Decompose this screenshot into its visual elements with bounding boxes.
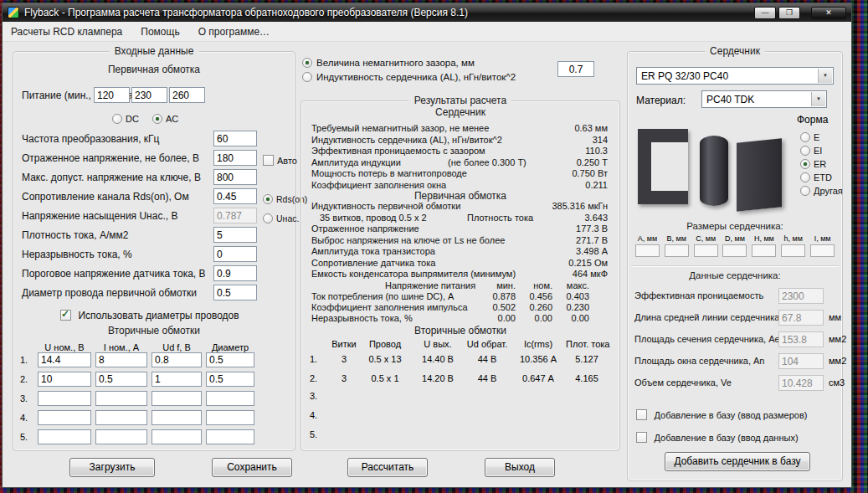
result-value: 177.3 В	[576, 223, 608, 234]
sec2-udf-input[interactable]	[152, 372, 202, 387]
saturation-voltage-input[interactable]	[213, 208, 257, 223]
save-button[interactable]: Сохранить	[212, 458, 292, 477]
sec5-inom-input[interactable]	[95, 429, 147, 444]
add-core-button[interactable]: Добавить сердечник в базу	[665, 452, 810, 471]
frequency-input[interactable]	[213, 131, 257, 146]
core-type-value: ER PQ 32/30 PC40	[641, 70, 728, 82]
add-sizes-checkbox[interactable]	[636, 409, 647, 420]
core-type-select[interactable]: ER PQ 32/30 PC40 ▼	[636, 67, 834, 85]
material-dropdown-button[interactable]: ▼	[811, 92, 825, 106]
row-number: 4.	[310, 410, 330, 420]
path-length-input[interactable]	[778, 310, 824, 326]
result-value-nom: 0.456	[514, 291, 552, 301]
dc-radio[interactable]	[112, 114, 122, 124]
sec3-udf-input[interactable]	[152, 391, 202, 406]
supply-min-input[interactable]	[94, 87, 130, 103]
current-continuity-input[interactable]	[213, 246, 257, 262]
reflected-voltage-input[interactable]	[213, 150, 257, 166]
divider	[631, 265, 839, 267]
shape-er-label: ER	[814, 159, 826, 169]
cross-section-input[interactable]	[778, 331, 824, 347]
menu-rcd-clamper[interactable]: Расчеты RCD клампера	[11, 26, 122, 38]
sec5-unom-input[interactable]	[38, 429, 91, 444]
load-button[interactable]: Загрузить	[69, 458, 155, 477]
auto-checkbox[interactable]	[263, 155, 274, 166]
sec1-udf-input[interactable]	[152, 352, 202, 367]
unas-radio[interactable]	[263, 213, 273, 223]
result-row: Эффективная проницаемость с зазором110.3	[311, 146, 608, 157]
sec2-unom-input[interactable]	[38, 372, 91, 387]
shape-etd-label: ETD	[814, 172, 832, 182]
minimize-button[interactable]: —	[754, 7, 776, 19]
ac-radio[interactable]	[152, 114, 162, 124]
shape-ei-label: EI	[814, 146, 822, 156]
use-diameters-checkbox[interactable]: ✓	[60, 310, 71, 321]
sec2-inom-input[interactable]	[95, 372, 147, 387]
core-volume-input[interactable]	[778, 375, 824, 391]
dim-d-input[interactable]	[722, 244, 747, 257]
result-value-max: 0.403	[551, 291, 589, 301]
result-value: 110.3	[585, 146, 608, 156]
shape-etd-radio[interactable]	[800, 172, 810, 182]
dim-a-input[interactable]	[635, 244, 660, 257]
sec4-diameter-input[interactable]	[206, 410, 254, 425]
material-select[interactable]: PC40 TDK ▼	[701, 90, 827, 108]
desktop: { "window": { "title": "Flyback - Програ…	[0, 0, 868, 493]
menu-help[interactable]: Помощь	[141, 26, 179, 38]
sec5-udf-input[interactable]	[152, 429, 202, 444]
frequency-row: Частота преобразования, кГц	[22, 131, 288, 147]
dim-b-label: В, мм	[662, 234, 691, 243]
exit-button[interactable]: Выход	[485, 458, 555, 477]
dim-h-input[interactable]	[752, 244, 776, 257]
sec3-unom-input[interactable]	[38, 391, 91, 406]
sec1-diameter-input[interactable]	[206, 352, 254, 367]
sec4-unom-input[interactable]	[38, 410, 91, 425]
add-data-checkbox[interactable]	[636, 432, 647, 443]
sec5-diameter-input[interactable]	[206, 429, 254, 444]
sec4-udf-input[interactable]	[152, 410, 202, 425]
result-value: 0.211	[585, 180, 608, 190]
rds-on-input[interactable]	[213, 188, 257, 204]
shape-other-radio[interactable]	[800, 186, 810, 196]
sec4-inom-input[interactable]	[95, 410, 147, 425]
maximize-button[interactable]: ❐	[778, 7, 800, 19]
al-radio[interactable]	[302, 72, 312, 82]
dim-c-input[interactable]	[694, 244, 718, 257]
reflected-voltage-label: Отраженное напряжение, не более, В	[22, 150, 199, 167]
col-nom: ном.	[514, 280, 552, 290]
col-header-diameter: Диаметр	[206, 342, 254, 352]
menu-about[interactable]: О программе…	[198, 26, 270, 38]
titlebar[interactable]: Flyback - Программа расчета трансформато…	[3, 3, 851, 22]
frequency-label: Частота преобразования, кГц	[22, 131, 160, 147]
core-type-dropdown-button[interactable]: ▼	[818, 69, 832, 83]
permeability-input[interactable]	[778, 288, 824, 304]
close-button[interactable]: ✕	[811, 7, 846, 19]
col-header-inom: I ном., А	[95, 342, 147, 352]
supply-max-input[interactable]	[169, 87, 205, 103]
sec3-inom-input[interactable]	[95, 391, 147, 406]
shape-e-radio[interactable]	[800, 132, 810, 142]
window-area-input[interactable]	[778, 353, 824, 369]
window-controls: — ❐ ✕	[754, 7, 846, 19]
rds-on-radio[interactable]	[263, 194, 273, 204]
gap-size-radio[interactable]	[302, 58, 312, 68]
dim-i-input[interactable]	[810, 244, 835, 257]
calculate-button[interactable]: Рассчитать	[347, 458, 428, 477]
sec1-unom-input[interactable]	[38, 352, 91, 367]
shape-er-radio[interactable]	[800, 159, 810, 169]
supply-nom-input[interactable]	[131, 87, 167, 103]
sense-threshold-input[interactable]	[213, 265, 257, 281]
sec1-inom-input[interactable]	[95, 352, 147, 367]
dim-h2-input[interactable]	[781, 244, 805, 257]
gap-value-input[interactable]	[557, 61, 594, 77]
col-header-udrev: Ud обрат.	[464, 339, 511, 349]
result-row: Индуктивность сердечника (AL), нГн/виток…	[311, 135, 608, 146]
primary-wire-diameter-input[interactable]	[213, 285, 257, 300]
shape-ei-radio[interactable]	[800, 146, 810, 156]
max-switch-voltage-input[interactable]	[213, 169, 257, 185]
dim-b-input[interactable]	[665, 244, 689, 257]
sec2-diameter-input[interactable]	[206, 372, 254, 387]
sec3-diameter-input[interactable]	[206, 391, 254, 406]
rds-on-row: Сопротивление канала Rds(on), Ом Rds(on)	[22, 188, 288, 205]
current-density-input[interactable]	[213, 227, 257, 243]
